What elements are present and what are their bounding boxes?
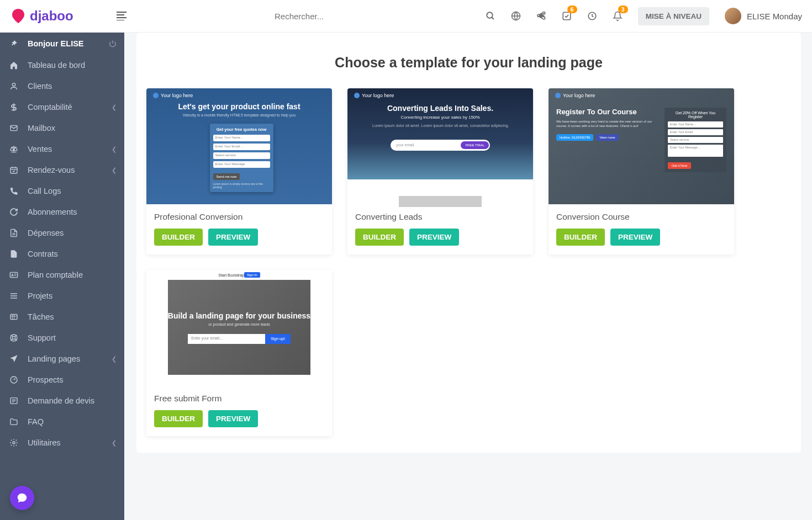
- thumb-subtitle: Velocity is a mobile friendly HTML5 temp…: [183, 113, 296, 117]
- sidebar-item-tableau-de-bord[interactable]: Tableau de bord: [0, 55, 124, 76]
- sidebar-item-landing-pages[interactable]: Landing pages❮: [0, 348, 124, 369]
- sidebar-item-label: Demande de devis: [28, 396, 94, 405]
- svg-point-14: [13, 442, 15, 444]
- sidebar-item-label: Ventes: [28, 145, 52, 153]
- svg-rect-2: [563, 12, 571, 20]
- builder-button[interactable]: BUILDER: [154, 410, 203, 427]
- sidebar-item-label: Comptabilité: [28, 103, 72, 112]
- template-grid: Your logo here Let's get your product on…: [146, 88, 791, 436]
- sidebar-item-contrats[interactable]: Contrats: [0, 243, 124, 264]
- sidebar-item-rendez-vous[interactable]: Rendez-vous❮: [0, 160, 124, 181]
- globe-icon[interactable]: [511, 11, 521, 21]
- sidebar-item-demande-de-devis[interactable]: Demande de devis: [0, 390, 124, 411]
- sidebar-item-call-logs[interactable]: Call Logs: [0, 181, 124, 201]
- calendar-check-icon: [8, 166, 20, 174]
- search-icon[interactable]: [486, 11, 495, 21]
- clock-icon[interactable]: [587, 11, 597, 21]
- preview-button[interactable]: PREVIEW: [208, 410, 258, 427]
- page-title: Choose a template for your landing page: [146, 55, 791, 71]
- mail-icon: [8, 124, 20, 132]
- sidebar-item-clients[interactable]: Clients: [0, 76, 124, 97]
- sidebar-item-label: Projets: [28, 291, 52, 300]
- brand-name: djaboo: [30, 8, 73, 24]
- thumb-subtitle: Converting increase your sales by 150%: [400, 115, 479, 120]
- dashboard-icon: [8, 375, 20, 384]
- svg-point-10: [10, 335, 17, 341]
- svg-rect-6: [10, 167, 17, 173]
- template-thumbnail: Your logo here Converting Leads Into Sal…: [347, 88, 533, 179]
- chat-icon: [16, 492, 28, 504]
- sidebar-item-ventes[interactable]: Ventes❮: [0, 139, 124, 160]
- sidebar-item-faq[interactable]: FAQ: [0, 411, 124, 432]
- chevron-left-icon: ❮: [112, 104, 117, 111]
- sidebar-item-label: Clients: [28, 82, 52, 91]
- tasks-icon: [8, 312, 20, 321]
- brand-logo[interactable]: djaboo: [10, 8, 73, 24]
- sidebar-item-tâches[interactable]: Tâches: [0, 306, 124, 327]
- upgrade-button[interactable]: MISE À NIVEAU: [638, 7, 709, 25]
- thumb-text: Lorem ipsum dolor sit amet. Lorem ipsum …: [350, 123, 530, 129]
- svg-rect-9: [10, 314, 17, 319]
- sidebar: Bonjour ELISE Tableau de bordClientsComp…: [0, 33, 124, 520]
- sidebar-item-utilitaires[interactable]: Utilitaires❮: [0, 432, 124, 453]
- builder-button[interactable]: BUILDER: [355, 229, 404, 246]
- template-thumbnail: Your logo here Let's get your product on…: [146, 88, 332, 204]
- checklist-icon[interactable]: 6: [562, 11, 572, 21]
- sidebar-item-label: Prospects: [28, 375, 63, 384]
- sidebar-item-support[interactable]: Support: [0, 327, 124, 348]
- id-card-icon: [8, 270, 20, 279]
- sidebar-item-label: Mailbox: [28, 124, 55, 132]
- template-card: Your logo here Let's get your product on…: [146, 88, 332, 254]
- sidebar-item-label: Utilitaires: [28, 438, 61, 447]
- share-icon[interactable]: [536, 11, 546, 21]
- sidebar-item-prospects[interactable]: Prospects: [0, 369, 124, 390]
- sidebar-item-plan-comptable[interactable]: Plan comptable: [0, 264, 124, 285]
- main-content: Choose a template for your landing page …: [124, 33, 812, 520]
- sidebar-item-label: Contrats: [28, 250, 58, 258]
- template-card: Your logo here Register To Our Course We…: [549, 88, 734, 254]
- bell-icon[interactable]: 3: [613, 11, 623, 21]
- chevron-left-icon: ❮: [112, 355, 117, 363]
- sidebar-item-abonnements[interactable]: Abonnements: [0, 201, 124, 222]
- sidebar-item-label: Tâches: [28, 312, 54, 321]
- svg-rect-7: [10, 272, 17, 277]
- thumb-logo: Your logo here: [354, 93, 394, 98]
- template-card: Start Bootstrap Sign In Build a landing …: [146, 270, 332, 436]
- chevron-left-icon: ❮: [112, 146, 117, 153]
- builder-button[interactable]: BUILDER: [556, 229, 605, 246]
- life-ring-icon: [8, 333, 20, 342]
- sidebar-item-label: Plan comptable: [28, 270, 83, 279]
- phone-icon: [8, 187, 20, 195]
- sidebar-item-projets[interactable]: Projets: [0, 285, 124, 306]
- sidebar-item-label: Abonnements: [28, 208, 77, 216]
- checklist-badge: 6: [567, 6, 577, 13]
- sidebar-item-label: Rendez-vous: [28, 166, 75, 174]
- builder-button[interactable]: BUILDER: [154, 229, 203, 246]
- sidebar-item-comptabilité[interactable]: Comptabilité❮: [0, 97, 124, 118]
- sidebar-item-dépenses[interactable]: Dépenses: [0, 222, 124, 243]
- sidebar-item-mailbox[interactable]: Mailbox: [0, 118, 124, 139]
- power-icon[interactable]: [109, 40, 117, 47]
- search-input[interactable]: [275, 12, 385, 21]
- preview-button[interactable]: PREVIEW: [208, 229, 258, 246]
- preview-button[interactable]: PREVIEW: [610, 229, 660, 246]
- template-name: Free submit Form: [154, 394, 324, 404]
- template-thumbnail: Start Bootstrap Sign In Build a landing …: [146, 270, 332, 375]
- menu-toggle-icon[interactable]: [117, 12, 126, 20]
- thumb-form: Get your free quotes now Enter Your Name…: [210, 124, 273, 192]
- user-menu[interactable]: ELISE Monday: [725, 8, 802, 24]
- template-name: Profesional Conversion: [154, 212, 324, 222]
- bars-icon: [8, 291, 20, 300]
- list-icon: [8, 396, 20, 405]
- chat-fab[interactable]: [10, 486, 34, 510]
- chevron-left-icon: ❮: [112, 439, 117, 447]
- svg-point-4: [12, 83, 15, 86]
- svg-point-8: [12, 274, 13, 275]
- sidebar-item-label: FAQ: [28, 417, 44, 426]
- thumb-title: Build a landing page for your business: [168, 311, 310, 320]
- home-icon: [8, 61, 20, 70]
- preview-button[interactable]: PREVIEW: [409, 229, 459, 246]
- avatar: [725, 8, 741, 24]
- user-icon: [8, 82, 20, 91]
- chevron-left-icon: ❮: [112, 167, 117, 174]
